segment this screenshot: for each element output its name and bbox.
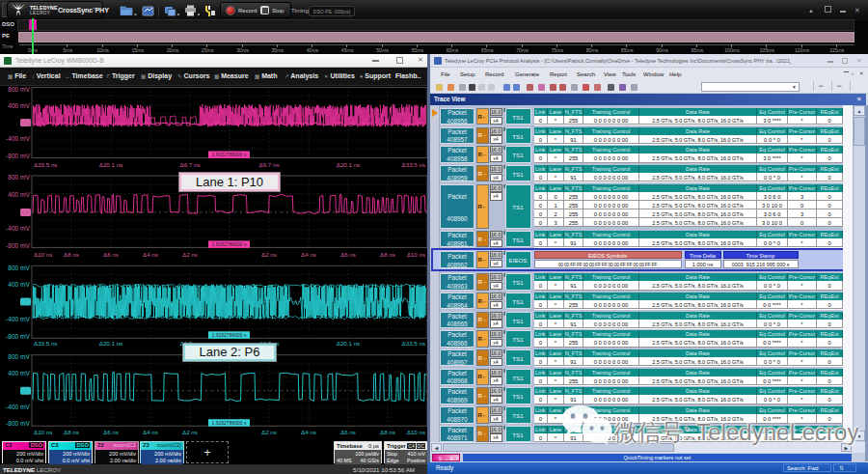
svg-text:Δ10 ns: Δ10 ns (34, 251, 52, 258)
svg-text:800 mV: 800 mV (8, 353, 30, 360)
svg-text:1.9152786000 s: 1.9152786000 s (212, 152, 247, 157)
svg-text:Δ2 ns: Δ2 ns (261, 429, 277, 435)
svg-text:-800 mV: -800 mV (6, 153, 31, 159)
svg-text:800 mV: 800 mV (8, 86, 30, 93)
svg-text:Δ20.1 ns: Δ20.1 ns (99, 161, 122, 168)
svg-text:800 mV: 800 mV (8, 265, 30, 271)
svg-text:Δ33.5 ns: Δ33.5 ns (34, 161, 57, 168)
svg-text:Δ6 ns: Δ6 ns (103, 429, 119, 435)
svg-text:Δ10 ns: Δ10 ns (407, 251, 425, 258)
svg-text:Δ6.7 ns: Δ6.7 ns (180, 161, 201, 168)
svg-text:Δ6.7 ns: Δ6.7 ns (259, 161, 280, 168)
svg-text:400 mV: 400 mV (8, 281, 30, 288)
svg-text:Δ2 ns: Δ2 ns (261, 251, 277, 258)
svg-text:Δ4 ns: Δ4 ns (301, 429, 316, 435)
svg-text:Δ20.1 ns: Δ20.1 ns (99, 340, 122, 347)
svg-text:Δ33.5 ns: Δ33.5 ns (402, 161, 425, 168)
svg-text:Δ6 ns: Δ6 ns (340, 251, 356, 258)
svg-text:Δ4 ns: Δ4 ns (143, 251, 158, 258)
svg-text:-400 mV: -400 mV (6, 225, 31, 232)
svg-text:Δ10 ns: Δ10 ns (407, 429, 425, 435)
svg-text:Δ33.5 ns: Δ33.5 ns (402, 340, 425, 347)
svg-text:Δ4 ns: Δ4 ns (143, 429, 158, 435)
svg-text:1.9152786000 s: 1.9152786000 s (212, 420, 247, 426)
svg-text:-800 mV: -800 mV (6, 333, 31, 340)
svg-text:Δ6 ns: Δ6 ns (340, 429, 356, 435)
svg-text:Δ2 ns: Δ2 ns (182, 429, 198, 435)
svg-text:-800 mV: -800 mV (6, 242, 31, 249)
svg-text:1.9152786000 s: 1.9152786000 s (212, 332, 247, 338)
svg-text:Δ8 ns: Δ8 ns (64, 251, 79, 258)
svg-text:Δ33.5 ns: Δ33.5 ns (34, 340, 57, 347)
svg-text:400 mV: 400 mV (8, 370, 30, 376)
svg-text:400 mV: 400 mV (8, 102, 30, 109)
svg-text:Δ4 ns: Δ4 ns (301, 251, 316, 258)
svg-text:400 mV: 400 mV (8, 191, 30, 198)
svg-text:Δ6 ns: Δ6 ns (103, 251, 119, 258)
svg-text:-400 mV: -400 mV (6, 404, 31, 410)
svg-text:Δ10 ns: Δ10 ns (34, 429, 52, 435)
svg-text:Δ8 ns: Δ8 ns (380, 429, 395, 435)
svg-text:-400 mV: -400 mV (6, 316, 31, 322)
svg-text:-800 mV: -800 mV (6, 420, 31, 427)
svg-text:Δ8 ns: Δ8 ns (64, 429, 79, 435)
svg-text:800 mV: 800 mV (8, 174, 30, 181)
svg-text:-400 mV: -400 mV (6, 135, 31, 142)
svg-text:Δ2 ns: Δ2 ns (182, 251, 198, 258)
svg-text:Δ8 ns: Δ8 ns (380, 251, 395, 258)
svg-text:Δ20.1 ns: Δ20.1 ns (337, 161, 360, 168)
svg-text:1.9152786000 s: 1.9152786000 s (212, 241, 247, 247)
svg-text:Δ20.1 ns: Δ20.1 ns (337, 340, 360, 347)
